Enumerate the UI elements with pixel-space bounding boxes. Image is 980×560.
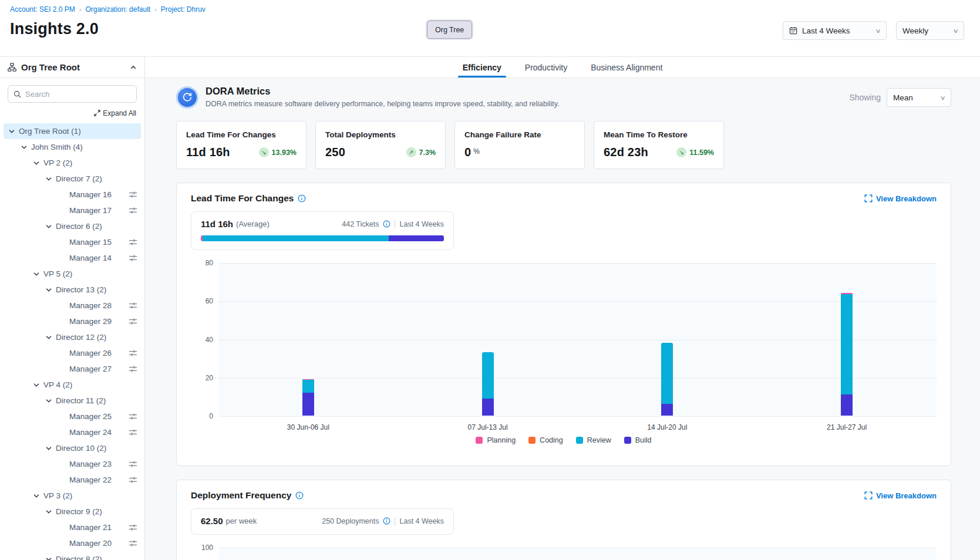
tree-item-manager-17[interactable]: Manager 17	[4, 203, 141, 218]
chevron-down-icon[interactable]	[45, 176, 52, 183]
chevron-down-icon[interactable]	[45, 223, 52, 230]
view-breakdown-link[interactable]: View Breakdown	[864, 491, 937, 500]
stacked-bar-07-jul-13-jul[interactable]	[482, 352, 494, 416]
date-range-select[interactable]: Last 4 Weeks ∨	[783, 21, 887, 40]
metric-card-lead-time[interactable]: Lead Time For Changes 11d 16h ↘ 13.93%	[176, 121, 307, 169]
metric-title: Mean Time To Restore	[604, 130, 714, 139]
filters-sliders-icon[interactable]	[129, 317, 137, 326]
legend-item-build[interactable]: Build	[624, 436, 652, 444]
tree-item-director-9-2[interactable]: Director 9 (2)	[4, 504, 141, 519]
tree-item-manager-28[interactable]: Manager 28	[4, 298, 141, 313]
legend-item-planning[interactable]: Planning	[476, 436, 516, 444]
info-icon[interactable]	[383, 220, 390, 228]
tree-item-vp-5-2[interactable]: VP 5 (2)	[4, 266, 141, 282]
filters-sliders-icon[interactable]	[129, 539, 137, 548]
filters-sliders-icon[interactable]	[129, 428, 137, 437]
tree-item-manager-20[interactable]: Manager 20	[4, 535, 141, 551]
chevron-down-icon[interactable]	[45, 508, 52, 515]
tree-item-label: Manager 21	[69, 523, 112, 532]
tree-item-director-7-2[interactable]: Director 7 (2)	[4, 171, 141, 187]
filters-sliders-icon[interactable]	[129, 365, 137, 373]
chevron-down-icon[interactable]	[21, 144, 28, 151]
chevron-down-icon[interactable]	[33, 271, 40, 278]
tab-business-alignment[interactable]: Business Alignment	[590, 57, 664, 77]
tree-item-manager-14[interactable]: Manager 14	[4, 250, 141, 266]
legend-item-coding[interactable]: Coding	[528, 436, 563, 444]
tree-item-manager-22[interactable]: Manager 22	[4, 472, 141, 488]
legend-item-review[interactable]: Review	[576, 436, 611, 444]
filters-sliders-icon[interactable]	[129, 254, 137, 262]
metric-card-total-deployments[interactable]: Total Deployments 250 ↗ 7.3%	[315, 121, 446, 169]
tree-item-director-6-2[interactable]: Director 6 (2)	[4, 218, 141, 234]
chevron-down-icon[interactable]	[33, 160, 40, 167]
tree-item-director-12-2[interactable]: Director 12 (2)	[4, 329, 141, 345]
sidebar-search[interactable]	[8, 85, 137, 103]
tree-item-vp-3-2[interactable]: VP 3 (2)	[4, 488, 141, 504]
breadcrumb-link[interactable]: Organization: default	[85, 5, 150, 14]
filters-sliders-icon[interactable]	[129, 238, 137, 247]
tree-item-manager-21[interactable]: Manager 21	[4, 519, 141, 535]
chevron-down-icon[interactable]	[45, 445, 52, 452]
tab-productivity[interactable]: Productivity	[524, 57, 568, 77]
expand-all-link[interactable]: Expand All	[94, 109, 136, 117]
stacked-bar-30-jun-06-jul[interactable]	[302, 379, 314, 416]
filters-sliders-icon[interactable]	[129, 523, 137, 532]
tree-item-director-13-2[interactable]: Director 13 (2)	[4, 282, 141, 298]
info-icon[interactable]	[383, 517, 390, 525]
breadcrumb-link[interactable]: Account: SEI 2.0 PM	[10, 5, 75, 14]
tree-item-manager-29[interactable]: Manager 29	[4, 313, 141, 329]
tree-item-org-tree-root-1[interactable]: Org Tree Root (1)	[4, 123, 141, 139]
tree-item-john-smith-4[interactable]: John Smith (4)	[4, 139, 141, 155]
showing-label: Showing	[849, 93, 881, 102]
view-breakdown-link[interactable]: View Breakdown	[864, 194, 937, 203]
chevron-down-icon[interactable]	[45, 397, 52, 404]
info-icon[interactable]	[298, 194, 306, 203]
collapse-sidebar-chevron-up-icon[interactable]	[130, 64, 137, 71]
metric-card-mean-time-to-restore[interactable]: Mean Time To Restore 62d 23h ↘ 11.59%	[594, 121, 724, 169]
tree-item-manager-23[interactable]: Manager 23	[4, 456, 141, 472]
top-header: Account: SEI 2.0 PM›Organization: defaul…	[0, 0, 980, 56]
tree-item-director-10-2[interactable]: Director 10 (2)	[4, 440, 141, 456]
chevron-down-icon[interactable]	[8, 128, 15, 135]
tree-item-vp-2-2[interactable]: VP 2 (2)	[4, 155, 141, 171]
org-tree-icon	[8, 63, 16, 72]
org-tree-button[interactable]: Org Tree	[427, 21, 472, 39]
tree-item-director-11-2[interactable]: Director 11 (2)	[4, 393, 141, 409]
filters-sliders-icon[interactable]	[129, 206, 137, 215]
insight-tabs: Efficiency Productivity Business Alignme…	[145, 57, 980, 78]
chevron-down-icon[interactable]	[45, 334, 52, 341]
filters-sliders-icon[interactable]	[129, 349, 137, 357]
chevron-down-icon[interactable]	[45, 556, 52, 560]
info-icon[interactable]	[295, 491, 304, 500]
tree-item-manager-27[interactable]: Manager 27	[4, 361, 141, 377]
tree-item-manager-26[interactable]: Manager 26	[4, 345, 141, 361]
chevron-down-icon[interactable]	[45, 286, 52, 294]
showing-select[interactable]: Mean ∨	[887, 88, 951, 107]
gridline	[218, 378, 937, 379]
trend-down-icon: ↘	[676, 147, 686, 157]
stacked-bar-21-jul-27-jul[interactable]	[841, 293, 853, 416]
tree-item-manager-15[interactable]: Manager 15	[4, 234, 141, 250]
chevron-down-icon[interactable]	[33, 492, 40, 500]
metric-card-change-failure-rate[interactable]: Change Failure Rate 0 %	[454, 121, 585, 169]
trend-badge: ↘ 13.93%	[259, 147, 297, 157]
tree-item-manager-25[interactable]: Manager 25	[4, 409, 141, 424]
filters-sliders-icon[interactable]	[129, 301, 137, 310]
filters-sliders-icon[interactable]	[129, 412, 137, 421]
x-axis-labels: 30 Jun-06 Jul07 Jul-13 Jul14 Jul-20 Jul2…	[218, 416, 937, 434]
granularity-select[interactable]: Weekly ∨	[896, 21, 964, 40]
filters-sliders-icon[interactable]	[129, 460, 137, 468]
filters-sliders-icon[interactable]	[129, 190, 137, 199]
chevron-down-icon[interactable]	[33, 382, 40, 389]
header-controls: Last 4 Weeks ∨ Weekly ∨	[783, 21, 964, 40]
tab-efficiency[interactable]: Efficiency	[462, 57, 503, 77]
tree-item-director-8-2[interactable]: Director 8 (2)	[4, 551, 141, 560]
search-input[interactable]	[25, 90, 131, 99]
breadcrumb-link[interactable]: Project: Dhruv	[161, 5, 206, 14]
tree-item-manager-16[interactable]: Manager 16	[4, 187, 141, 203]
tree-item-vp-4-2[interactable]: VP 4 (2)	[4, 377, 141, 393]
stacked-bar-14-jul-20-jul[interactable]	[661, 343, 673, 416]
lead-time-summary: 11d 16h (Average) 442 Tickets	[191, 211, 454, 250]
filters-sliders-icon[interactable]	[129, 475, 137, 484]
tree-item-manager-24[interactable]: Manager 24	[4, 424, 141, 440]
